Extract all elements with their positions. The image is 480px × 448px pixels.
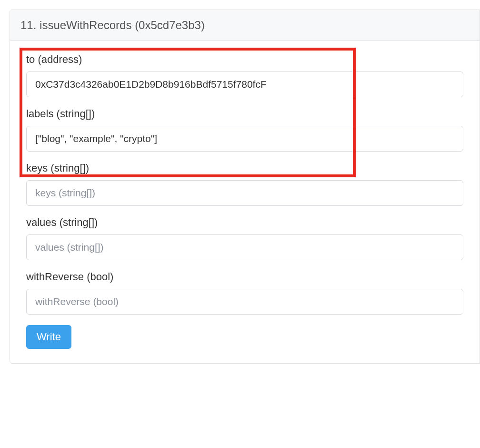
label-withreverse: withReverse (bool) [26,271,463,283]
label-keys: keys (string[]) [26,162,463,174]
field-withreverse: withReverse (bool) [26,271,463,315]
write-button[interactable]: Write [26,325,71,349]
function-panel: 11. issueWithRecords (0x5cd7e3b3) to (ad… [10,10,480,364]
function-header[interactable]: 11. issueWithRecords (0x5cd7e3b3) [10,10,480,41]
label-labels: labels (string[]) [26,108,463,120]
input-withreverse[interactable] [26,289,463,315]
input-keys[interactable] [26,180,463,206]
label-to: to (address) [26,53,463,66]
function-body: to (address) labels (string[]) keys (str… [10,41,480,363]
function-index: 11. [20,19,36,31]
input-values[interactable] [26,234,463,260]
field-values: values (string[]) [26,216,463,260]
field-keys: keys (string[]) [26,162,463,206]
field-labels: labels (string[]) [26,108,463,152]
label-values: values (string[]) [26,216,463,229]
function-name: issueWithRecords [40,19,131,31]
input-labels[interactable] [26,126,463,152]
input-to[interactable] [26,71,463,97]
field-to: to (address) [26,53,463,97]
function-selector: (0x5cd7e3b3) [135,19,205,31]
